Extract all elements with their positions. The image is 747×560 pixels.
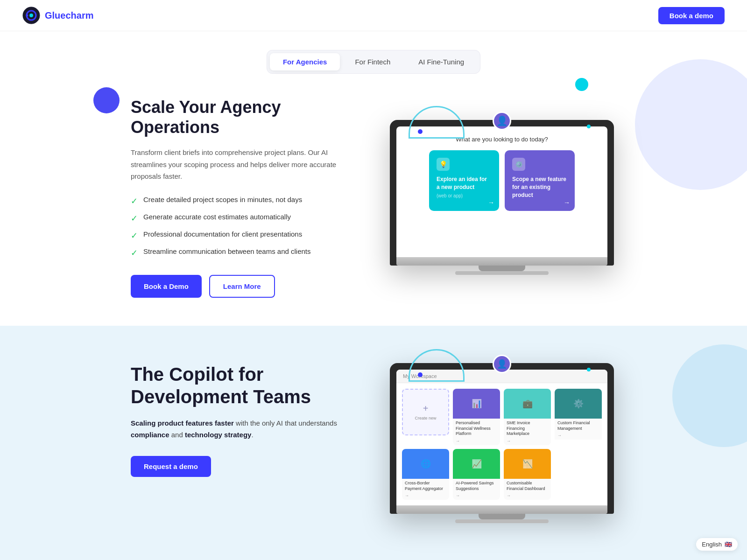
card-text-scope: Scope a new feature for an existing prod…	[512, 175, 567, 199]
laptop-card-explore[interactable]: 💡 Explore an idea for a new product (web…	[429, 150, 499, 211]
card-arrow-0: →	[453, 439, 500, 445]
check-icon: ✓	[131, 213, 138, 224]
workspace-card-2[interactable]: ⚙️ Custom Financial Management →	[555, 389, 602, 445]
feature-item: ✓ Professional documentation for client …	[131, 230, 359, 241]
tabs-container: For Agencies For Fintech AI Fine-Tuning	[0, 31, 747, 97]
section1-content-row: Scale Your Agency Operations Transform c…	[93, 97, 654, 298]
svg-point-3	[26, 14, 28, 17]
laptop-foot	[455, 271, 549, 275]
card-img-1: 💼	[504, 389, 551, 419]
flag-icon: 🇬🇧	[725, 541, 732, 548]
feature-item: ✓ Create detailed project scopes in minu…	[131, 196, 359, 206]
laptop-mockup-2: 👤 My Workspace + Create new	[390, 363, 614, 523]
workspace-card-3[interactable]: 🌐 Cross-Border Payment Aggregator →	[402, 449, 449, 500]
dot-blue	[418, 129, 423, 134]
card-label-1: SME Invoice Financing Marketplace	[504, 419, 551, 439]
laptop-base	[396, 257, 607, 266]
card-arrow-explore: →	[488, 199, 494, 206]
card-img-0: 📊	[453, 389, 500, 419]
language-label: English	[702, 541, 722, 548]
feature-text: Generate accurate cost estimates automat…	[143, 213, 291, 221]
feature-text: Professional documentation for client pr…	[143, 230, 302, 238]
section1-heading: Scale Your Agency Operations	[131, 97, 359, 137]
book-demo-button[interactable]: Book a Demo	[131, 275, 202, 298]
section2-left: The Copilot for Development Teams Scalin…	[131, 363, 359, 477]
laptop-foot-2	[455, 519, 549, 523]
nav-book-demo-button[interactable]: Book a demo	[658, 7, 725, 24]
card-img-5: 📉	[504, 449, 551, 479]
laptop-mockup: 👤 What are you looking to do today? 💡 Ex…	[390, 120, 614, 275]
workspace-card-4[interactable]: 📈 AI-Powered Savings Suggestions →	[453, 449, 500, 500]
create-label: Create new	[415, 416, 436, 420]
card-img-4: 📈	[453, 449, 500, 479]
svg-point-2	[29, 14, 33, 17]
tabs: For Agencies For Fintech AI Fine-Tuning	[267, 50, 480, 74]
feature-item: ✓ Streamline communication between teams…	[131, 247, 359, 258]
card-icon-scope: ⚙️	[512, 158, 525, 171]
card-label-0: Personalised Financial Wellness Platform	[453, 419, 500, 439]
section1-right: 👤 What are you looking to do today? 💡 Ex…	[388, 120, 616, 275]
section2-right: 👤 My Workspace + Create new	[388, 363, 616, 523]
laptop-base-2	[396, 505, 607, 514]
section2-description: Scaling product features faster with the…	[131, 417, 359, 441]
logo-text: Gluecharm	[45, 10, 93, 21]
card-arrow-2: →	[555, 433, 602, 440]
language-footer[interactable]: English 🇬🇧	[696, 538, 738, 551]
card-label-2: Custom Financial Management	[555, 419, 602, 433]
laptop-stand-2	[479, 514, 525, 519]
workspace-grid: + Create new 📊 Personalised Financial We…	[396, 383, 607, 505]
desc-bold-compliance: compliance	[131, 431, 169, 439]
card-text-explore: Explore an idea for a new product	[437, 175, 492, 191]
laptop-screen: What are you looking to do today? 💡 Expl…	[396, 126, 607, 257]
section1-left: Scale Your Agency Operations Transform c…	[131, 97, 359, 298]
laptop-outer-2: My Workspace + Create new 📊	[390, 363, 614, 514]
arc-deco-2	[409, 349, 465, 382]
dot-teal-2	[587, 368, 591, 371]
workspace-card-5[interactable]: 📉 Customisable Financial Dashboard →	[504, 449, 551, 500]
section-fintech: The Copilot for Development Teams Scalin…	[0, 326, 747, 560]
card-label-3: Cross-Border Payment Aggregator	[402, 479, 449, 493]
workspace-card-1[interactable]: 💼 SME Invoice Financing Marketplace →	[504, 389, 551, 445]
laptop-cards: 💡 Explore an idea for a new product (web…	[406, 150, 598, 211]
dot-blue-2	[418, 372, 423, 377]
laptop-stand	[479, 266, 525, 271]
section2-heading: The Copilot for Development Teams	[131, 363, 359, 408]
request-demo-button[interactable]: Request a demo	[131, 456, 211, 477]
navbar: Gluecharm Book a demo	[0, 0, 747, 31]
arc-deco	[409, 106, 465, 139]
laptop-avatar: 👤	[493, 112, 511, 130]
card-img-3: 🌐	[402, 449, 449, 479]
card-sub-explore: (web or app)	[437, 193, 492, 198]
feature-text: Create detailed project scopes in minute…	[143, 196, 302, 203]
card-label-5: Customisable Financial Dashboard	[504, 479, 551, 493]
learn-more-button[interactable]: Learn More	[209, 275, 275, 298]
tab-fintech[interactable]: For Fintech	[342, 53, 403, 70]
check-icon: ✓	[131, 248, 138, 258]
card-label-4: AI-Powered Savings Suggestions	[453, 479, 500, 493]
card-arrow-1: →	[504, 439, 551, 445]
feature-list: ✓ Create detailed project scopes in minu…	[131, 196, 359, 258]
laptop-avatar-2: 👤	[493, 355, 511, 373]
card-arrow-scope: →	[564, 199, 570, 206]
feature-text: Streamline communication between teams a…	[143, 247, 311, 255]
tab-agencies[interactable]: For Agencies	[270, 53, 340, 70]
card-arrow-4: →	[453, 493, 500, 500]
btn-row: Book a Demo Learn More	[131, 275, 359, 298]
logo: Gluecharm	[22, 7, 93, 24]
check-icon: ✓	[131, 196, 138, 206]
check-icon: ✓	[131, 231, 138, 241]
create-new-card[interactable]: + Create new	[402, 389, 449, 435]
section-agencies: For Agencies For Fintech AI Fine-Tuning …	[0, 31, 747, 326]
desc-bold-tech: technology strategy	[185, 431, 252, 439]
card-icon-explore: 💡	[437, 158, 450, 171]
laptop-card-scope[interactable]: ⚙️ Scope a new feature for an existing p…	[505, 150, 575, 211]
plus-icon: +	[423, 403, 429, 414]
workspace-card-0[interactable]: 📊 Personalised Financial Wellness Platfo…	[453, 389, 500, 445]
card-arrow-3: →	[402, 493, 449, 500]
card-arrow-5: →	[504, 493, 551, 500]
tab-ai-finetuning[interactable]: AI Fine-Tuning	[405, 53, 477, 70]
dot-teal	[587, 125, 591, 128]
desc-bold-scaling: Scaling product features faster	[131, 419, 234, 427]
feature-item: ✓ Generate accurate cost estimates autom…	[131, 213, 359, 224]
section1-description: Transform client briefs into comprehensi…	[131, 147, 359, 182]
